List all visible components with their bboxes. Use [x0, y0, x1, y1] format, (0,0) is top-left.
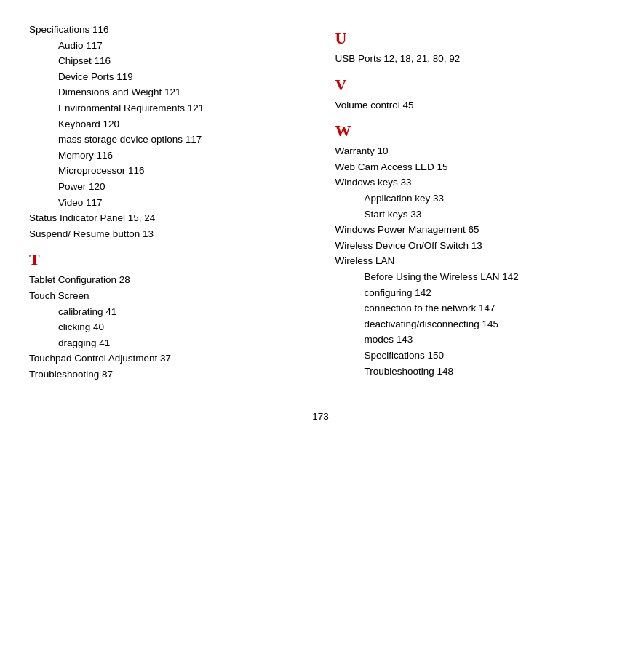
list-item: Warranty 10 — [335, 143, 613, 159]
list-item: deactivating/disconnecting 145 — [335, 316, 613, 332]
list-item: Specifications 150 — [335, 348, 613, 364]
list-item: Device Ports 119 — [29, 69, 306, 85]
list-item: Keyboard 120 — [29, 116, 306, 132]
list-item: Touch Screen — [29, 288, 306, 304]
page-number: 173 — [312, 411, 329, 422]
list-item: Volume control 45 — [335, 97, 613, 113]
list-item: Before Using the Wireless LAN 142 — [335, 269, 613, 285]
list-item: connection to the network 147 — [335, 300, 613, 316]
list-item: Status Indicator Panel 15, 24 — [29, 210, 306, 226]
section-heading-v: V — [335, 76, 613, 95]
list-item: Application key 33 — [335, 191, 613, 207]
list-item: Touchpad Control Adjustment 37 — [29, 351, 306, 367]
section-heading-w: W — [335, 121, 613, 140]
left-column: Specifications 116 Audio 117 Chipset 116… — [29, 22, 321, 382]
section-v: V Volume control 45 — [335, 76, 613, 113]
list-item: USB Ports 12, 18, 21, 80, 92 — [335, 51, 613, 67]
list-item: modes 143 — [335, 332, 613, 348]
list-item: Specifications 116 — [29, 22, 306, 38]
list-item: clicking 40 — [29, 319, 306, 335]
section-heading-t: T — [29, 250, 306, 269]
list-item: Troubleshooting 148 — [335, 364, 613, 380]
page-content: Specifications 116 Audio 117 Chipset 116… — [29, 22, 612, 382]
list-item: Dimensions and Weight 121 — [29, 84, 306, 100]
section-t: T Tablet Configuration 28 Touch Screen c… — [29, 250, 306, 382]
right-column: U USB Ports 12, 18, 21, 80, 92 V Volume … — [321, 22, 613, 382]
list-item: Power 120 — [29, 179, 306, 195]
list-item: Video 117 — [29, 195, 306, 211]
list-item: mass storage device options 117 — [29, 132, 306, 148]
list-item: Wireless LAN — [335, 253, 613, 269]
list-item: Memory 116 — [29, 148, 306, 164]
list-item: calibrating 41 — [29, 304, 306, 320]
list-item: Tablet Configuration 28 — [29, 272, 306, 288]
list-item: Start keys 33 — [335, 207, 613, 223]
list-item: Windows keys 33 — [335, 175, 613, 191]
list-item: Windows Power Management 65 — [335, 222, 613, 238]
section-w: W Warranty 10 Web Cam Access LED 15 Wind… — [335, 121, 613, 379]
list-item: Suspend/ Resume button 13 — [29, 226, 306, 242]
section-s-entries: Specifications 116 Audio 117 Chipset 116… — [29, 22, 306, 241]
list-item: Web Cam Access LED 15 — [335, 159, 613, 175]
list-item: Audio 117 — [29, 38, 306, 54]
section-u: U USB Ports 12, 18, 21, 80, 92 — [335, 29, 613, 67]
list-item: configuring 142 — [335, 285, 613, 301]
list-item: Environmental Requirements 121 — [29, 100, 306, 116]
section-heading-u: U — [335, 29, 613, 48]
list-item: Wireless Device On/Off Switch 13 — [335, 238, 613, 254]
list-item: Troubleshooting 87 — [29, 367, 306, 383]
list-item: Chipset 116 — [29, 53, 306, 69]
list-item: dragging 41 — [29, 335, 306, 351]
list-item: Microprocessor 116 — [29, 163, 306, 179]
page-footer: 173 — [29, 411, 612, 422]
